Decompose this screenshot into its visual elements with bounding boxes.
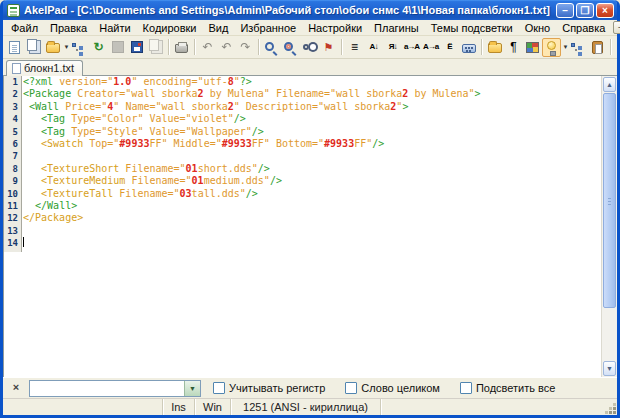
hex-view-button[interactable]: [523, 38, 542, 57]
search-dropdown-button[interactable]: ▼: [184, 381, 200, 396]
tab-bar: блокн1.txt: [3, 59, 617, 76]
code-token: [23, 175, 41, 186]
code-line-11[interactable]: </Wall>: [23, 200, 600, 212]
sort-ascending-button[interactable]: А↓: [364, 38, 383, 57]
sort-descending-icon: Я↓: [389, 41, 397, 53]
maximize-button[interactable]: ❐: [576, 3, 594, 18]
open-file-button[interactable]: [43, 38, 62, 57]
replace-button[interactable]: [281, 38, 300, 57]
toolbar-separator: [481, 39, 482, 55]
code-line-7[interactable]: [23, 150, 600, 162]
search-checkbox-1[interactable]: Слово целиком: [345, 382, 440, 394]
menu-item-0[interactable]: Файл: [5, 21, 44, 35]
code-line-6[interactable]: <Swatch Top="#9933FF" Middle="#9933FF" B…: [23, 138, 600, 150]
find-next-button[interactable]: [300, 38, 319, 57]
print-button[interactable]: [172, 38, 191, 57]
code-area[interactable]: <?xml version="1.0" encoding="utf-8"?><P…: [23, 76, 600, 377]
code-token: 01: [186, 163, 198, 174]
pin-window-button[interactable]: [614, 38, 617, 57]
code-token: 1.0: [113, 76, 131, 87]
scroll-up-arrow[interactable]: ▲: [603, 77, 616, 92]
menu-bar: ФайлПравкаНайтиКодировкиВидИзбранноеНаст…: [3, 20, 617, 36]
checkbox-icon[interactable]: [213, 382, 225, 394]
redo-icon: ↷: [240, 41, 250, 53]
tab-document[interactable]: блокн1.txt: [6, 60, 83, 76]
minimize-button[interactable]: –: [556, 3, 574, 18]
code-line-13[interactable]: [23, 225, 600, 237]
line-list-icon: ≡: [351, 41, 358, 53]
save-as-button[interactable]: [127, 38, 146, 57]
menu-item-2[interactable]: Найти: [93, 21, 136, 35]
search-checkbox-2[interactable]: Подсветить все: [460, 382, 556, 394]
code-line-1[interactable]: <?xml version="1.0" encoding="utf-8"?>: [23, 76, 600, 88]
toolbar-separator: [258, 39, 259, 55]
to-uppercase-button[interactable]: а→А: [402, 38, 421, 57]
replace-icon: [284, 42, 293, 51]
open-file-button-dropdown[interactable]: ▼: [63, 44, 70, 50]
save-button[interactable]: [108, 38, 127, 57]
menu-item-3[interactable]: Кодировки: [137, 21, 203, 35]
code-token: Type="Style" Value="Wallpaper": [71, 126, 252, 137]
new-file-button[interactable]: [5, 38, 24, 57]
highlight-theme-button[interactable]: [542, 38, 561, 57]
line-list-button[interactable]: ≡: [345, 38, 364, 57]
insert-char-button[interactable]: Ё: [440, 38, 459, 57]
menu-items: ФайлПравкаНайтиКодировкиВидИзбранноеНаст…: [5, 21, 611, 35]
reopen-file-button[interactable]: [24, 38, 43, 57]
keyboard-layout-button[interactable]: [459, 38, 478, 57]
search-options: Учитывать регистрСлово целикомПодсветить…: [207, 382, 569, 394]
save-all-button[interactable]: [146, 38, 165, 57]
code-line-9[interactable]: <TextureMedium Filename="01medium.dds"/>: [23, 175, 600, 187]
menu-item-5[interactable]: Избранное: [234, 21, 302, 35]
menu-item-10[interactable]: Справка: [556, 21, 611, 35]
refresh-file-button[interactable]: ↻: [89, 38, 108, 57]
code-token: [23, 163, 41, 174]
menu-item-9[interactable]: Окно: [519, 21, 557, 35]
text-editor[interactable]: 1234567891011121314 <?xml version="1.0" …: [3, 76, 617, 377]
search-input[interactable]: [30, 381, 184, 396]
toolbar-separator: [168, 39, 169, 55]
bookmark-button[interactable]: ⚑: [319, 38, 338, 57]
code-line-10[interactable]: <TextureTall Filename="03tall.dds"/>: [23, 188, 600, 200]
hex-view-icon: [526, 42, 539, 53]
menu-item-4[interactable]: Вид: [203, 21, 235, 35]
checkbox-icon[interactable]: [460, 382, 472, 394]
checkbox-label: Учитывать регистр: [229, 382, 325, 394]
search-close-button[interactable]: ×: [9, 381, 23, 395]
code-line-12[interactable]: </Package>: [23, 212, 600, 224]
code-line-8[interactable]: <TextureShort Filename="01short.dds"/>: [23, 163, 600, 175]
containing-folder-button[interactable]: [485, 38, 504, 57]
undo-all-button[interactable]: ↶: [198, 38, 217, 57]
vertical-scrollbar[interactable]: ▲ ▼: [601, 76, 617, 377]
code-line-14[interactable]: [23, 237, 600, 249]
menu-item-1[interactable]: Правка: [44, 21, 93, 35]
to-lowercase-button[interactable]: А→а: [421, 38, 440, 57]
highlight-theme-button-dropdown[interactable]: ▼: [562, 44, 569, 50]
menu-item-6[interactable]: Настройки: [302, 21, 368, 35]
sort-descending-button[interactable]: Я↓: [383, 38, 402, 57]
scroll-down-arrow[interactable]: ▼: [603, 361, 616, 376]
code-line-3[interactable]: <Wall Price="4" Name="wall sborka2" Desc…: [23, 101, 600, 113]
files-tree-button[interactable]: [70, 38, 89, 57]
search-combobox[interactable]: ▼: [29, 380, 201, 397]
search-checkbox-0[interactable]: Учитывать регистр: [213, 382, 325, 394]
code-line-2[interactable]: <Package Creator="wall sborka2 by Mulena…: [23, 88, 600, 100]
code-line-5[interactable]: <Tag Type="Style" Value="Wallpaper"/>: [23, 126, 600, 138]
find-button[interactable]: [262, 38, 281, 57]
checkbox-icon[interactable]: [345, 382, 357, 394]
redo-button[interactable]: ↷: [236, 38, 255, 57]
mdi-minimize-button[interactable]: –: [613, 21, 620, 34]
scrollbar-thumb[interactable]: [603, 93, 616, 308]
show-invisibles-button[interactable]: ¶: [504, 38, 523, 57]
code-line-4[interactable]: <Tag Type="Color" Value="violet"/>: [23, 113, 600, 125]
paste-clipboard-button[interactable]: [588, 38, 607, 57]
code-tree-button[interactable]: [569, 38, 588, 57]
containing-folder-icon: [488, 43, 502, 53]
menu-item-8[interactable]: Темы подсветки: [425, 21, 519, 35]
resize-grip[interactable]: [613, 411, 616, 414]
app-icon: [7, 4, 20, 17]
undo-button[interactable]: ↶: [217, 38, 236, 57]
code-token: </Wall>: [35, 200, 77, 211]
close-button[interactable]: ×: [596, 3, 614, 18]
menu-item-7[interactable]: Плагины: [368, 21, 425, 35]
